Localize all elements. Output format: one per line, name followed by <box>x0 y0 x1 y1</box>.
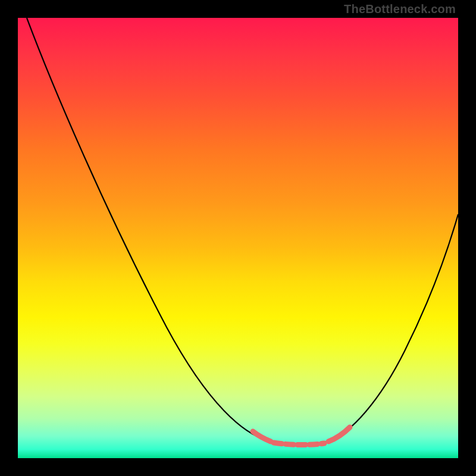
curve-layer <box>18 18 458 458</box>
bottleneck-curve-right <box>327 214 458 441</box>
watermark-text: TheBottleneck.com <box>344 2 456 16</box>
bottleneck-curve-left <box>27 18 268 440</box>
plot-area <box>18 18 458 458</box>
optimal-band-marker-mid <box>274 443 324 445</box>
optimal-band-marker-right <box>328 427 350 441</box>
optimal-band-marker-left <box>253 431 271 441</box>
chart-frame: TheBottleneck.com <box>0 0 476 476</box>
